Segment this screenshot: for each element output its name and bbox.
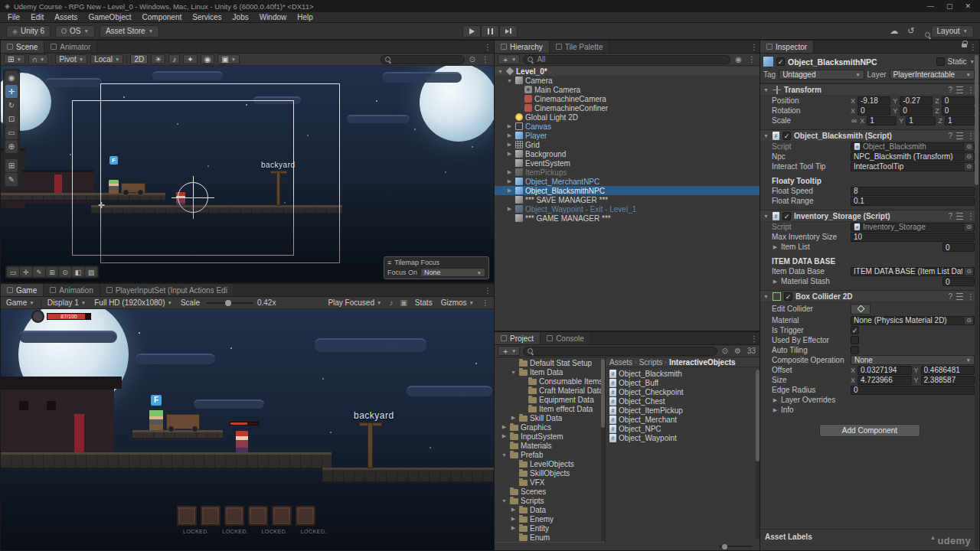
folder-row[interactable]: Item effect Data: [495, 404, 605, 413]
menu-help[interactable]: Help: [292, 13, 318, 21]
foldout-icon[interactable]: ▼: [501, 452, 508, 458]
effects-toggle-icon[interactable]: ✦: [183, 54, 197, 64]
tile-picker-tool-icon[interactable]: ⊙: [59, 267, 71, 277]
position-x-field[interactable]: -9.18: [858, 96, 890, 106]
object-picker-button[interactable]: ⊙: [965, 317, 973, 324]
hierarchy-item[interactable]: *** SAVE MANAGER ***: [495, 195, 760, 204]
static-checkbox[interactable]: [936, 57, 945, 66]
hierarchy-item[interactable]: *** GAME MANAGER ***: [495, 214, 760, 223]
create-asset-button[interactable]: ＋▼: [498, 346, 520, 356]
inventory-script-header[interactable]: ▼ ✓ Inventory_Storage (Script) ? ⋮: [760, 210, 979, 222]
folder-row[interactable]: Materials: [495, 441, 605, 450]
gizmos-toggle-icon[interactable]: ⊙: [468, 55, 477, 64]
2d-toggle-button[interactable]: 2D: [130, 54, 148, 64]
edge-radius-field[interactable]: 0: [851, 386, 975, 395]
breadcrumb-assets[interactable]: Assets: [609, 358, 632, 367]
folder-row[interactable]: ▶InputSystem: [495, 432, 605, 441]
max-inventory-field[interactable]: 10: [851, 233, 975, 242]
tab-animator[interactable]: Animator: [44, 41, 97, 53]
item-database-object-field[interactable]: ITEM DATA BASE (Item List Data SO)⊙: [851, 267, 975, 276]
folder-row[interactable]: Craft Material Data: [495, 386, 605, 395]
asset-store-button[interactable]: Asset Store▼: [100, 25, 159, 37]
foldout-icon[interactable]: ▼: [763, 214, 769, 219]
object-picker-button[interactable]: ⊙: [965, 163, 973, 171]
file-row[interactable]: Object_Merchant: [609, 415, 760, 424]
foldout-icon[interactable]: ▶: [510, 525, 517, 531]
offset-x-field[interactable]: 0.0327194: [858, 366, 911, 375]
inspector-scrollbar[interactable]: [975, 55, 978, 549]
hierarchy-item[interactable]: ▶Player: [495, 131, 760, 140]
file-row[interactable]: Object_Blacksmith: [609, 369, 760, 378]
tile-move-tool-icon[interactable]: ✛: [20, 267, 32, 277]
hierarchy-item[interactable]: ▶Object_Waypoint - Exit - Level_1: [495, 204, 760, 214]
layer-overrides-foldout[interactable]: ▶ Layer Overrides: [760, 395, 979, 405]
rect-tool-icon[interactable]: ▭: [5, 126, 18, 139]
folder-row[interactable]: ▶Entity: [495, 523, 605, 533]
lighting-toggle-icon[interactable]: ☀: [151, 54, 165, 64]
step-button[interactable]: [499, 25, 518, 37]
foldout-icon[interactable]: ▶: [506, 142, 513, 148]
folder-row[interactable]: Scenes: [495, 487, 605, 496]
file-row[interactable]: Object_Chest: [609, 396, 760, 406]
menu-window[interactable]: Window: [254, 13, 292, 21]
hierarchy-item[interactable]: ▶Object_MerchantNPC: [495, 177, 760, 186]
active-checkbox[interactable]: ✓: [776, 57, 785, 66]
script-field[interactable]: Inventory_Storage⊙: [851, 223, 975, 232]
scale-y-field[interactable]: 1: [906, 116, 936, 126]
create-object-button[interactable]: ＋▼: [498, 54, 520, 64]
drag-handle-icon[interactable]: ≡: [387, 259, 391, 266]
menu-gameobject[interactable]: GameObject: [83, 13, 136, 21]
search-by-type-icon[interactable]: ⊙: [720, 347, 730, 355]
tab-playerinputset[interactable]: PlayerInputSet (Input Actions Edi: [100, 284, 234, 296]
hierarchy-item[interactable]: ▶Grid: [495, 140, 760, 149]
used-by-effector-checkbox[interactable]: [851, 336, 859, 344]
hierarchy-item[interactable]: ▶Canvas: [495, 122, 760, 131]
grid-tool-icon[interactable]: ⊞: [5, 159, 18, 172]
menu-edit[interactable]: Edit: [25, 13, 49, 21]
vsync-icon[interactable]: ▣: [398, 298, 408, 307]
minimize-button[interactable]: —: [927, 2, 934, 10]
hierarchy-item[interactable]: Main Camera: [495, 85, 760, 94]
tile-erase-tool-icon[interactable]: ◧: [72, 267, 84, 277]
position-y-field[interactable]: -0.27: [900, 96, 933, 106]
hierarchy-item[interactable]: CinemachineCamera: [495, 94, 760, 103]
hierarchy-item[interactable]: ▶ItemPickups: [495, 168, 760, 177]
folder-row[interactable]: ▼Scripts: [495, 496, 605, 505]
physics-material-field[interactable]: None (Physics Material 2D)⊙: [851, 316, 975, 325]
folder-row[interactable]: Default Stat Setup: [495, 358, 605, 367]
foldout-icon[interactable]: ▶: [510, 516, 517, 522]
foldout-icon[interactable]: ▶: [501, 433, 508, 439]
file-row[interactable]: Object_Waypoint: [609, 433, 760, 442]
menu-services[interactable]: Services: [187, 13, 227, 21]
mute-audio-icon[interactable]: ♪: [387, 298, 394, 307]
tile-box-tool-icon[interactable]: ⊞: [46, 267, 58, 277]
pivot-dropdown[interactable]: Pivot▼: [55, 54, 87, 64]
script-field[interactable]: Object_Blacksmith⊙: [851, 142, 975, 152]
layout-dropdown[interactable]: Layout▼: [931, 25, 974, 37]
foldout-icon[interactable]: ▶: [506, 151, 513, 157]
folder-row[interactable]: LevelObjects: [495, 459, 605, 468]
file-row[interactable]: Object_NPC: [609, 424, 760, 433]
folder-row[interactable]: ▼Prefab: [495, 450, 605, 459]
foldout-icon[interactable]: ▶: [506, 123, 513, 129]
composite-operation-dropdown[interactable]: None▼: [851, 355, 975, 365]
scene-toolbar-menu-icon[interactable]: ⋮: [480, 55, 491, 64]
object-name[interactable]: Object_BlacksmithNPC: [788, 57, 933, 67]
component-enabled-checkbox[interactable]: ✓: [784, 292, 792, 301]
edit-collider-button[interactable]: [851, 304, 871, 315]
transform-header[interactable]: ▼ Transform ? ⋮: [760, 83, 979, 96]
scene-camera-settings-icon[interactable]: ▣▼: [217, 54, 240, 64]
folder-row[interactable]: ▶Data: [495, 505, 605, 514]
file-row[interactable]: Object_Buff: [609, 378, 760, 387]
folder-row[interactable]: ▶Graphics: [495, 422, 605, 432]
rotation-x-field[interactable]: 0: [858, 106, 890, 116]
foldout-icon[interactable]: ▼: [510, 370, 517, 375]
folder-row[interactable]: Enum: [495, 533, 605, 542]
folder-row[interactable]: SkillObjects: [495, 468, 605, 478]
foldout-icon[interactable]: ▶: [506, 132, 513, 139]
foldout-icon[interactable]: ▶: [510, 415, 517, 421]
audio-toggle-icon[interactable]: ♪: [168, 54, 180, 64]
object-picker-button[interactable]: ⊙: [965, 268, 973, 276]
project-search-input[interactable]: [537, 347, 713, 355]
view-tool-icon[interactable]: ◉: [5, 71, 18, 84]
